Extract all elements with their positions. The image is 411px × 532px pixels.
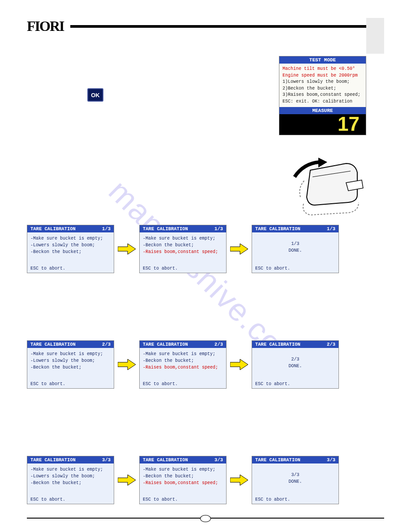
tm-line: 3)Raises boom,constant speed; [283, 92, 363, 99]
tare-screen: TARE CALIBRATION2/3 -Make sure bucket is… [139, 340, 227, 389]
arrow-right-icon [118, 359, 136, 370]
tm-line: 1)Lowers slowly the boom; [283, 79, 363, 86]
test-mode-body: Machine tilt must be <0.50° Engine speed… [279, 64, 366, 107]
ts-footer: ESC to abort. [143, 382, 178, 386]
measure-value: 17 [279, 114, 366, 135]
ts-badge: 3/3 [102, 457, 111, 463]
header-rule [70, 25, 384, 28]
ts-footer: ESC to abort. [143, 497, 178, 502]
brand-logo: FIORI [27, 18, 64, 34]
tare-row-2: TARE CALIBRATION2/3 -Make sure bucket is… [27, 340, 384, 389]
tare-row-1: TARE CALIBRATION1/3 -Make sure bucket is… [27, 225, 384, 273]
tm-line: 2)Beckon the bucket; [283, 86, 363, 92]
ts-line: -Raises boom,constant speed; [143, 364, 223, 371]
ts-title: TARE CALIBRATION [143, 226, 188, 232]
tare-screen: TARE CALIBRATION2/3 -Make sure bucket is… [27, 340, 114, 389]
ts-line: -Make sure bucket is empty; [143, 466, 223, 473]
ts-line: -Raises boom,constant speed; [143, 249, 223, 255]
ts-badge: 2/3 [214, 342, 223, 347]
ts-line: -Make sure bucket is empty; [30, 351, 111, 357]
page-header: FIORI [27, 18, 384, 34]
ts-center-line: 1/3 [255, 240, 335, 247]
tare-row-3: TARE CALIBRATION3/3 -Make sure bucket is… [27, 456, 384, 504]
ts-badge: 3/3 [214, 457, 223, 463]
tare-screen: TARE CALIBRATION1/3 -Make sure bucket is… [139, 225, 227, 273]
ts-title: TARE CALIBRATION [255, 342, 300, 347]
page-footer [27, 518, 384, 519]
ts-line: -Make sure bucket is empty; [143, 351, 223, 357]
ts-center-line: DONE. [255, 247, 335, 254]
test-mode-screen: TEST MODE Machine tilt must be <0.50° En… [279, 56, 366, 135]
ts-line: -Lowers slowly the boom; [30, 357, 111, 364]
tare-screen: TARE CALIBRATION1/3 1/3 DONE. ESC to abo… [252, 225, 339, 273]
ts-footer: ESC to abort. [255, 382, 290, 386]
arrow-right-icon [230, 474, 248, 486]
ts-badge: 1/3 [102, 226, 111, 232]
tare-screen: TARE CALIBRATION3/3 3/3 DONE. ESC to abo… [252, 456, 339, 504]
arrow-right-icon [230, 243, 248, 255]
ts-title: TARE CALIBRATION [255, 226, 300, 232]
tare-section: TARE CALIBRATION1/3 -Make sure bucket is… [27, 225, 384, 504]
ts-badge: 2/3 [327, 342, 335, 347]
bucket-beckon-illustration [279, 152, 368, 219]
ts-title: TARE CALIBRATION [30, 457, 76, 463]
ts-line: -Beckon the bucket; [30, 364, 111, 371]
ts-center-line: DONE. [255, 363, 335, 369]
test-mode-title: TEST MODE [279, 56, 366, 64]
footer-rule [27, 518, 384, 519]
ts-line: -Raises boom,constant speed; [143, 480, 223, 486]
ts-line: -Beckon the bucket; [30, 249, 111, 255]
tm-line: ESC: exit. OK: calibration [283, 99, 363, 105]
ts-line: -Beckon the bucket; [143, 242, 223, 249]
svg-marker-5 [118, 359, 136, 370]
ts-title: TARE CALIBRATION [255, 457, 300, 463]
ts-footer: ESC to abort. [255, 266, 290, 271]
tare-screen: TARE CALIBRATION3/3 -Make sure bucket is… [139, 456, 227, 504]
ts-center-line: DONE. [255, 478, 335, 485]
ts-title: TARE CALIBRATION [30, 226, 76, 232]
ts-footer: ESC to abort. [30, 497, 65, 502]
ts-badge: 2/3 [102, 342, 111, 347]
ts-line: -Make sure bucket is empty; [30, 466, 111, 473]
arrow-right-icon [118, 243, 136, 255]
ts-line: -Make sure bucket is empty; [30, 235, 111, 242]
arrow-right-icon [118, 474, 136, 486]
svg-marker-7 [118, 475, 136, 485]
svg-marker-8 [230, 475, 248, 485]
ts-line: -Lowers slowly the boom; [30, 473, 111, 480]
ts-center-line: 2/3 [255, 356, 335, 363]
ts-center-line: 3/3 [255, 472, 335, 478]
svg-marker-4 [230, 244, 248, 254]
ok-button-icon: OK [87, 88, 103, 102]
tare-screen: TARE CALIBRATION1/3 -Make sure bucket is… [27, 225, 114, 273]
svg-marker-6 [230, 359, 248, 370]
svg-marker-3 [118, 244, 136, 254]
ts-footer: ESC to abort. [30, 266, 65, 271]
arrow-right-icon [230, 359, 248, 370]
ts-title: TARE CALIBRATION [30, 342, 76, 347]
ts-footer: ESC to abort. [255, 497, 290, 502]
ts-footer: ESC to abort. [30, 382, 65, 386]
ts-title: TARE CALIBRATION [143, 342, 188, 347]
tare-screen: TARE CALIBRATION3/3 -Make sure bucket is… [27, 456, 114, 504]
ts-badge: 3/3 [327, 457, 335, 463]
ts-badge: 1/3 [214, 226, 223, 232]
ts-line: -Lowers slowly the boom; [30, 242, 111, 249]
ts-badge: 1/3 [327, 226, 335, 232]
ts-title: TARE CALIBRATION [143, 457, 188, 463]
tare-screen: TARE CALIBRATION2/3 2/3 DONE. ESC to abo… [252, 340, 339, 389]
ts-line: -Beckon the bucket; [30, 480, 111, 486]
ts-line: -Beckon the bucket; [143, 357, 223, 364]
ts-footer: ESC to abort. [143, 266, 178, 271]
ts-line: -Make sure bucket is empty; [143, 235, 223, 242]
tm-line: Engine speed must be 2000rpm [283, 73, 363, 79]
page-edge-tab [366, 18, 384, 54]
svg-marker-0 [318, 158, 327, 167]
tm-line: Machine tilt must be <0.50° [283, 66, 363, 73]
ts-line: -Beckon the bucket; [143, 473, 223, 480]
